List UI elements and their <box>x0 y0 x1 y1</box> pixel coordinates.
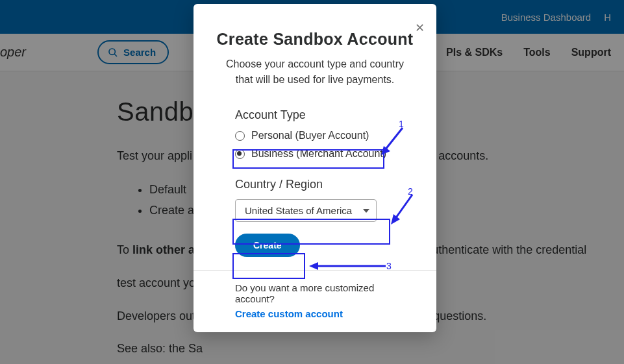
radio-personal-label: Personal (Buyer Account) <box>251 130 369 141</box>
radio-business[interactable]: Business (Merchant Account) <box>235 148 395 160</box>
create-sandbox-modal: ✕ Create Sandbox Account Choose your acc… <box>193 4 436 332</box>
svg-marker-5 <box>391 214 400 224</box>
annotation-1: 1 <box>399 119 404 129</box>
account-type-label: Account Type <box>235 108 395 122</box>
annotation-3: 3 <box>386 261 392 271</box>
radio-icon-selected <box>235 149 245 159</box>
create-button[interactable]: Create <box>235 234 300 257</box>
modal-subtitle: Choose your account type and country tha… <box>193 49 436 99</box>
annotation-2: 2 <box>408 186 413 197</box>
footer-question: Do you want a more customized account? <box>235 282 395 304</box>
close-icon[interactable]: ✕ <box>415 21 425 35</box>
svg-line-4 <box>395 195 412 219</box>
radio-personal[interactable]: Personal (Buyer Account) <box>235 130 395 141</box>
country-value: United States of America <box>245 205 352 216</box>
arrow-3 <box>309 261 387 271</box>
modal-title: Create Sandbox Account <box>193 30 436 49</box>
country-select[interactable]: United States of America <box>235 199 377 222</box>
country-label: Country / Region <box>235 178 395 191</box>
arrow-2 <box>390 193 416 224</box>
arrow-1 <box>380 127 406 155</box>
create-custom-link[interactable]: Create custom account <box>235 308 395 319</box>
modal-footer: Do you want a more customized account? C… <box>193 270 436 326</box>
radio-business-label: Business (Merchant Account) <box>251 148 386 160</box>
radio-icon <box>235 131 245 141</box>
svg-line-2 <box>385 128 403 150</box>
svg-marker-7 <box>309 262 318 270</box>
svg-marker-3 <box>381 146 390 155</box>
